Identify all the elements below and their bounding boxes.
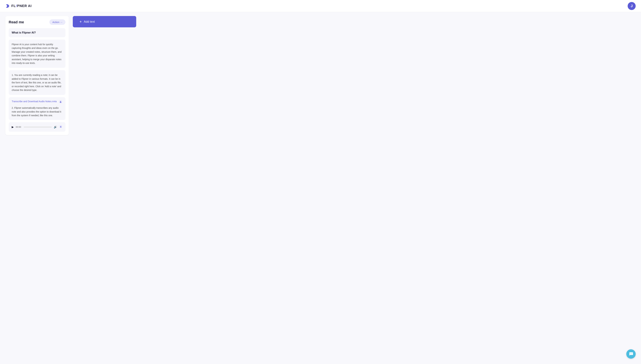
audio-player-row: ▶ 00:00 🔊 (12, 125, 63, 129)
user-avatar[interactable]: J (628, 2, 636, 10)
action-dots-icon: ··· (60, 21, 63, 24)
chat-icon (629, 352, 633, 356)
main-content: Read me Action ··· What is Flipner AI? F… (0, 12, 234, 139)
svg-point-7 (632, 354, 632, 354)
app-header: FL!PNER AI J (0, 0, 641, 12)
audio-body-text: 2. Flipner automatically transcribes any… (12, 106, 63, 117)
logo: FL!PNER AI (5, 4, 32, 8)
audio-link-row: Transcribe and Download Audio Notes.m4a (12, 100, 63, 104)
audio-download-button[interactable] (57, 100, 63, 104)
logo-text: FL!PNER AI (11, 4, 32, 8)
audio-info-card: Transcribe and Download Audio Notes.m4a … (9, 97, 66, 120)
note-card-title: What is Flipner AI? (9, 28, 66, 37)
svg-point-6 (631, 354, 631, 354)
player-download-icon (59, 125, 63, 128)
right-panel: + Add text (73, 16, 228, 135)
note-card-1: 1. You are currently reading a note; it … (9, 70, 66, 95)
svg-marker-0 (6, 4, 9, 8)
note-card-intro: Flipner AI is your content hub for quick… (9, 40, 66, 68)
volume-icon: 🔊 (54, 126, 57, 128)
action-button[interactable]: Action ··· (49, 19, 66, 25)
time-display: 00:00 (16, 126, 22, 128)
play-button[interactable]: ▶ (12, 126, 14, 128)
volume-button[interactable]: 🔊 (54, 126, 57, 128)
audio-player-card: ▶ 00:00 🔊 (9, 122, 66, 132)
action-button-label: Action (52, 21, 60, 24)
player-download-button[interactable] (59, 125, 63, 129)
note-title-text: What is Flipner AI? (12, 31, 63, 34)
add-text-button[interactable]: + Add text (73, 16, 136, 27)
add-text-label: Add text (84, 20, 95, 24)
note-intro-text: Flipner AI is your content hub for quick… (12, 42, 63, 65)
play-icon: ▶ (12, 126, 14, 128)
panel-header: Read me Action ··· (9, 19, 66, 25)
audio-link-text[interactable]: Transcribe and Download Audio Notes.m4a (12, 100, 57, 103)
chat-bubble-button[interactable] (626, 349, 636, 359)
left-panel: Read me Action ··· What is Flipner AI? F… (5, 16, 69, 135)
add-text-plus-icon: + (80, 19, 82, 24)
logo-icon (5, 4, 10, 8)
download-icon (59, 100, 63, 104)
svg-point-5 (630, 354, 630, 354)
panel-title: Read me (9, 20, 24, 24)
logo-accent: ! (16, 4, 17, 8)
note-1-text: 1. You are currently reading a note; it … (12, 73, 63, 92)
progress-bar[interactable] (24, 127, 52, 128)
